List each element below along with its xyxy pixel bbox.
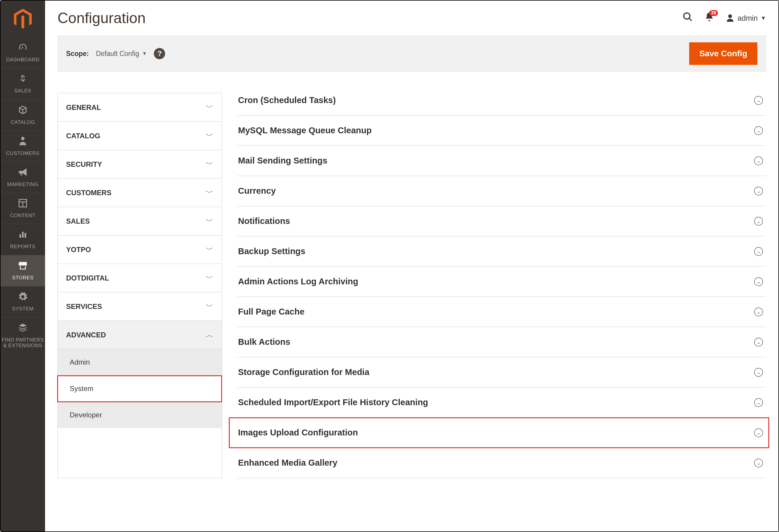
config-tab-label: CUSTOMERS bbox=[66, 189, 112, 197]
section-title: Cron (Scheduled Tasks) bbox=[238, 95, 336, 105]
scope-label: Scope: bbox=[66, 50, 89, 58]
nav-label: SALES bbox=[14, 88, 31, 94]
expand-icon: ⌄ bbox=[754, 368, 763, 377]
chevron-down-icon: ﹀ bbox=[206, 301, 214, 312]
magento-logo[interactable] bbox=[1, 1, 45, 37]
notifications-icon[interactable]: 39 bbox=[704, 12, 714, 24]
expand-icon: ⌄ bbox=[754, 126, 763, 135]
nav-label: FIND PARTNERS & EXTENSIONS bbox=[2, 337, 44, 348]
chevron-down-icon: ﹀ bbox=[206, 216, 214, 226]
section-cron-scheduled-tasks-[interactable]: Cron (Scheduled Tasks)⌄ bbox=[237, 93, 766, 116]
section-admin-actions-log-archiving[interactable]: Admin Actions Log Archiving⌄ bbox=[237, 267, 766, 297]
svg-rect-5 bbox=[22, 232, 24, 238]
svg-line-8 bbox=[689, 18, 692, 21]
svg-rect-4 bbox=[19, 234, 21, 238]
expand-icon: ⌄ bbox=[754, 428, 763, 437]
page-header: Configuration 39 admin ▼ bbox=[58, 6, 766, 36]
nav-label: CATALOG bbox=[11, 120, 35, 125]
config-subitem-developer[interactable]: Developer bbox=[58, 402, 222, 428]
config-sections: Cron (Scheduled Tasks)⌄MySQL Message Que… bbox=[237, 93, 766, 478]
section-scheduled-import-export-file-history-cleaning[interactable]: Scheduled Import/Export File History Cle… bbox=[237, 388, 766, 418]
section-title: Currency bbox=[238, 186, 276, 196]
config-subitem-admin[interactable]: Admin bbox=[58, 349, 222, 376]
config-tab-security[interactable]: SECURITY﹀ bbox=[58, 150, 222, 179]
config-tab-label: SALES bbox=[66, 217, 90, 225]
section-title: Notifications bbox=[238, 216, 290, 226]
config-tab-dotdigital[interactable]: DOTDIGITAL﹀ bbox=[58, 264, 222, 292]
config-tab-catalog[interactable]: CATALOG﹀ bbox=[58, 122, 222, 150]
section-notifications[interactable]: Notifications⌄ bbox=[237, 206, 766, 237]
username-label: admin bbox=[737, 14, 758, 22]
nav-label: MARKETING bbox=[7, 182, 39, 188]
config-tab-yotpo[interactable]: YOTPO﹀ bbox=[58, 236, 222, 264]
config-tab-general[interactable]: GENERAL﹀ bbox=[58, 93, 222, 122]
nav-item-reports[interactable]: REPORTS bbox=[1, 224, 45, 255]
config-tabs: GENERAL﹀CATALOG﹀SECURITY﹀CUSTOMERS﹀SALES… bbox=[58, 93, 222, 478]
nav-item-stores[interactable]: STORES bbox=[1, 255, 45, 286]
user-menu[interactable]: admin ▼ bbox=[726, 14, 766, 22]
dollar-icon bbox=[18, 74, 28, 86]
nav-item-sales[interactable]: SALES bbox=[1, 68, 45, 99]
save-config-button[interactable]: Save Config bbox=[689, 42, 757, 65]
section-title: Scheduled Import/Export File History Cle… bbox=[238, 398, 428, 407]
section-title: Admin Actions Log Archiving bbox=[238, 277, 358, 286]
nav-label: DASHBOARD bbox=[6, 57, 40, 63]
expand-icon: ⌄ bbox=[754, 308, 763, 316]
nav-item-marketing[interactable]: MARKETING bbox=[1, 161, 45, 193]
nav-label: SYSTEM bbox=[12, 306, 34, 312]
section-title: Backup Settings bbox=[238, 247, 305, 256]
expand-icon: ⌄ bbox=[754, 398, 763, 407]
search-icon[interactable] bbox=[682, 11, 693, 25]
expand-icon: ⌄ bbox=[754, 247, 763, 256]
config-tab-label: SECURITY bbox=[66, 160, 102, 169]
megaphone-icon bbox=[18, 167, 28, 179]
stack-icon bbox=[18, 323, 28, 335]
chevron-down-icon: ﹀ bbox=[206, 273, 214, 283]
section-bulk-actions[interactable]: Bulk Actions⌄ bbox=[237, 327, 766, 357]
nav-label: REPORTS bbox=[10, 244, 35, 250]
section-storage-configuration-for-media[interactable]: Storage Configuration for Media⌄ bbox=[237, 357, 766, 388]
expand-icon: ⌄ bbox=[754, 187, 763, 196]
config-tab-label: SERVICES bbox=[66, 303, 102, 311]
config-tab-sales[interactable]: SALES﹀ bbox=[58, 207, 222, 236]
section-enhanced-media-gallery[interactable]: Enhanced Media Gallery⌄ bbox=[237, 448, 766, 478]
chevron-down-icon: ﹀ bbox=[206, 159, 214, 170]
box-icon bbox=[18, 105, 28, 117]
help-icon[interactable]: ? bbox=[154, 48, 165, 59]
config-tab-customers[interactable]: CUSTOMERS﹀ bbox=[58, 179, 222, 207]
section-mysql-message-queue-cleanup[interactable]: MySQL Message Queue Cleanup⌄ bbox=[237, 116, 766, 146]
section-title: Mail Sending Settings bbox=[238, 156, 327, 165]
scope-bar: Scope: Default Config ▼ ? Save Config bbox=[58, 36, 766, 72]
scope-value: Default Config bbox=[96, 50, 139, 58]
config-tab-services[interactable]: SERVICES﹀ bbox=[58, 292, 222, 321]
nav-item-content[interactable]: CONTENT bbox=[1, 193, 45, 224]
gear-icon bbox=[18, 292, 28, 304]
nav-item-customers[interactable]: CUSTOMERS bbox=[1, 130, 45, 161]
config-tab-label: YOTPO bbox=[66, 246, 91, 254]
nav-item-catalog[interactable]: CATALOG bbox=[1, 99, 45, 130]
expand-icon: ⌄ bbox=[754, 338, 763, 346]
page-title: Configuration bbox=[58, 9, 145, 27]
section-title: MySQL Message Queue Cleanup bbox=[238, 126, 372, 135]
expand-icon: ⌄ bbox=[754, 459, 763, 467]
section-title: Enhanced Media Gallery bbox=[238, 458, 337, 468]
section-title: Images Upload Configuration bbox=[238, 428, 358, 438]
nav-item-dashboard[interactable]: DASHBOARD bbox=[1, 37, 45, 68]
caret-down-icon: ▼ bbox=[142, 51, 147, 56]
section-currency[interactable]: Currency⌄ bbox=[237, 176, 766, 206]
section-images-upload-configuration[interactable]: Images Upload Configuration⌄ bbox=[229, 418, 769, 448]
scope-selector[interactable]: Default Config ▼ bbox=[96, 50, 147, 58]
config-tab-advanced[interactable]: ADVANCED︿ bbox=[58, 321, 222, 349]
section-backup-settings[interactable]: Backup Settings⌄ bbox=[237, 237, 766, 267]
section-mail-sending-settings[interactable]: Mail Sending Settings⌄ bbox=[237, 146, 766, 176]
expand-icon: ⌄ bbox=[754, 277, 763, 286]
section-title: Full Page Cache bbox=[238, 307, 304, 317]
nav-item-system[interactable]: SYSTEM bbox=[1, 286, 45, 317]
layout-icon bbox=[18, 198, 28, 210]
nav-item-find-partners-extensions[interactable]: FIND PARTNERS & EXTENSIONS bbox=[1, 317, 45, 354]
section-title: Storage Configuration for Media bbox=[238, 367, 369, 377]
notification-badge: 39 bbox=[709, 10, 718, 16]
section-full-page-cache[interactable]: Full Page Cache⌄ bbox=[237, 297, 766, 327]
config-subitem-system[interactable]: System bbox=[58, 376, 222, 402]
main-content: Configuration 39 admin ▼ Scope: bbox=[45, 1, 778, 531]
